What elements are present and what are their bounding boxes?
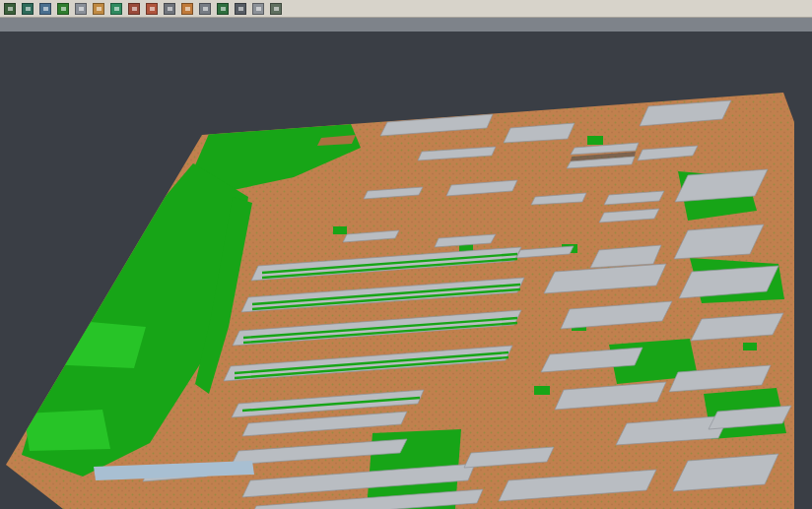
layers-icon[interactable] (2, 1, 18, 16)
profile-icon[interactable] (233, 1, 248, 16)
toolbar (0, 0, 812, 18)
viewport-3d[interactable] (0, 32, 812, 509)
print-icon[interactable] (250, 1, 266, 16)
toolbar-separator-band (0, 18, 812, 32)
info-icon[interactable] (268, 1, 284, 16)
target-icon[interactable] (144, 1, 160, 16)
vegetation-icon[interactable] (55, 1, 71, 16)
tree-icon[interactable] (215, 1, 231, 16)
app-window (0, 0, 812, 509)
terrain-icon[interactable] (37, 1, 53, 16)
crop-icon[interactable] (179, 1, 195, 16)
points-icon[interactable] (20, 1, 35, 16)
grid-icon[interactable] (73, 1, 89, 16)
toolbar-icons (2, 1, 284, 16)
measure-icon[interactable] (126, 1, 142, 16)
point-cloud-render (0, 32, 812, 509)
globe-icon[interactable] (108, 1, 124, 16)
settings-icon[interactable] (162, 1, 177, 16)
colorize-icon[interactable] (91, 1, 106, 16)
pan-icon[interactable] (197, 1, 213, 16)
